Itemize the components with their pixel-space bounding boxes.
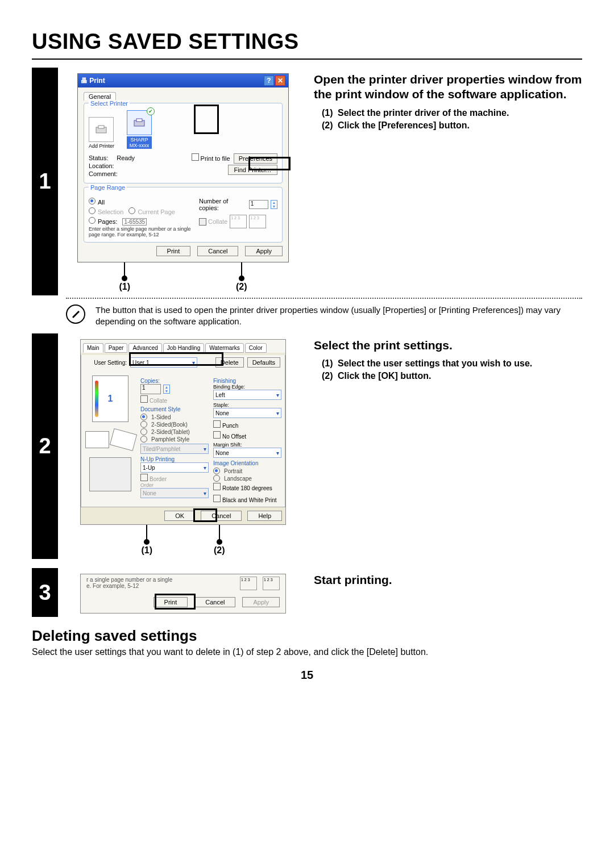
tiled-dropdown: Tiled/Pamphlet▾ bbox=[140, 444, 209, 454]
step1-item-1: Select the printer driver of the machine… bbox=[338, 108, 509, 118]
radio-portrait[interactable] bbox=[213, 468, 220, 474]
margin-shift-dropdown[interactable]: None▾ bbox=[213, 448, 281, 458]
tab-watermarks[interactable]: Watermarks bbox=[205, 343, 244, 353]
apply-button[interactable]: Apply bbox=[245, 246, 283, 256]
delete-button[interactable]: Delete bbox=[215, 357, 244, 368]
step2-item-2: Click the [OK] button. bbox=[338, 371, 431, 381]
no-offset-checkbox[interactable] bbox=[213, 431, 221, 439]
nup-label: N-Up Printing bbox=[140, 456, 209, 462]
cancel-button[interactable]: Cancel bbox=[194, 597, 235, 607]
tab-color[interactable]: Color bbox=[245, 343, 267, 353]
tab-main[interactable]: Main bbox=[83, 343, 103, 353]
all-label: All bbox=[98, 199, 105, 206]
border-label: Border bbox=[150, 476, 167, 482]
rotate-checkbox[interactable] bbox=[213, 483, 221, 490]
callout-2-label: (2) bbox=[214, 545, 225, 556]
punch-checkbox[interactable] bbox=[213, 420, 221, 428]
print-button[interactable]: Print bbox=[156, 246, 191, 256]
add-printer-icon[interactable] bbox=[89, 117, 114, 142]
defaults-button[interactable]: Defaults bbox=[247, 357, 280, 368]
preview-orientation-icon bbox=[85, 431, 109, 448]
tab-advanced[interactable]: Advanced bbox=[128, 343, 161, 353]
step1-lead: Open the printer driver properties windo… bbox=[314, 72, 582, 102]
collate-label: Collate bbox=[150, 398, 167, 404]
tab-paper[interactable]: Paper bbox=[105, 343, 128, 353]
selected-printer-icon[interactable] bbox=[127, 110, 152, 135]
find-printer-button[interactable]: Find Printer... bbox=[228, 165, 277, 175]
copies-stepper[interactable]: ▲▼ bbox=[163, 385, 170, 394]
pages-input[interactable]: 1-65535 bbox=[122, 218, 147, 226]
copies-input[interactable]: 1 bbox=[249, 200, 268, 209]
order-dropdown: None▾ bbox=[140, 488, 209, 498]
help-button[interactable]: Help bbox=[247, 511, 282, 521]
tab-general[interactable]: General bbox=[84, 92, 116, 101]
driver-tabs[interactable]: MainPaperAdvancedJob HandlingWatermarksC… bbox=[81, 340, 285, 353]
print-to-file-checkbox[interactable] bbox=[192, 153, 199, 161]
user-setting-dropdown[interactable]: User 1▾ bbox=[130, 357, 197, 368]
close-icon[interactable]: ✕ bbox=[275, 76, 285, 86]
preview-mfp-icon bbox=[89, 457, 131, 491]
dialog-title: Print bbox=[89, 77, 105, 85]
num-copies-label: Number of copies: bbox=[199, 198, 247, 211]
ok-button[interactable]: OK bbox=[164, 511, 195, 521]
border-checkbox bbox=[140, 474, 148, 481]
driver-dialog: MainPaperAdvancedJob HandlingWatermarksC… bbox=[80, 339, 286, 525]
callout-1-label: (1) bbox=[119, 282, 130, 292]
radio-2sided-tablet[interactable] bbox=[140, 428, 147, 435]
collate-icon-2: 1 2 3 bbox=[263, 577, 280, 590]
print-dialog: 🖶 Print ? ✕ General Select Printer Add bbox=[77, 73, 289, 262]
cancel-button[interactable]: Cancel bbox=[201, 511, 242, 521]
radio-all[interactable] bbox=[89, 198, 96, 205]
radio-current-page bbox=[128, 207, 135, 214]
radio-landscape[interactable] bbox=[213, 475, 220, 482]
finishing-label: Finishing bbox=[213, 378, 281, 384]
deleting-text: Select the user settings that you want t… bbox=[32, 647, 582, 657]
print-snippet: r a single page number or a single e. Fo… bbox=[80, 574, 286, 614]
copies-stepper[interactable]: ▲▼ bbox=[271, 200, 277, 209]
print-button[interactable]: Print bbox=[154, 597, 188, 607]
collate-label: Collate bbox=[208, 218, 227, 225]
note-icon bbox=[66, 304, 85, 324]
step3-lead: Start printing. bbox=[314, 573, 582, 587]
tab-job-handling[interactable]: Job Handling bbox=[163, 343, 204, 353]
nup-dropdown[interactable]: 1-Up▾ bbox=[140, 462, 209, 473]
user-setting-label: User Setting: bbox=[86, 360, 127, 366]
bw-label: Black and White Print bbox=[222, 497, 277, 503]
snippet-hint-2: e. For example, 5-12 bbox=[86, 583, 139, 589]
order-label: Order bbox=[140, 482, 209, 488]
preview-orientation-icon-2 bbox=[110, 428, 137, 451]
comment-label: Comment: bbox=[89, 170, 118, 177]
note-text: The button that is used to open the prin… bbox=[96, 304, 582, 327]
radio-pages[interactable] bbox=[89, 217, 96, 224]
collate-icon: 1 2 3 bbox=[230, 215, 247, 228]
page-title: USING SAVED SETTINGS bbox=[32, 30, 582, 54]
svg-rect-1 bbox=[98, 126, 104, 128]
collate-icon: 1 2 3 bbox=[240, 577, 257, 590]
step1-item-2: Click the [Preferences] button. bbox=[338, 120, 470, 131]
current-page-label: Current Page bbox=[138, 208, 175, 215]
cancel-button[interactable]: Cancel bbox=[197, 246, 238, 256]
binding-edge-dropdown[interactable]: Left▾ bbox=[213, 390, 281, 400]
no-offset-label: No Offset bbox=[222, 433, 246, 440]
callout-1-label: (1) bbox=[141, 545, 152, 556]
help-icon[interactable]: ? bbox=[264, 76, 274, 86]
radio-1sided[interactable] bbox=[140, 414, 147, 420]
rotate-label: Rotate 180 degrees bbox=[222, 485, 272, 491]
deleting-subhead: Deleting saved settings bbox=[32, 627, 582, 645]
staple-dropdown[interactable]: None▾ bbox=[213, 408, 281, 418]
margin-shift-label: Margin Shift: bbox=[213, 442, 281, 448]
bw-checkbox[interactable] bbox=[213, 495, 221, 502]
apply-button: Apply bbox=[242, 597, 280, 607]
step-number-2: 2 bbox=[32, 333, 58, 559]
radio-pamphlet[interactable] bbox=[140, 436, 147, 443]
image-orientation-label: Image Orientation bbox=[213, 460, 281, 466]
radio-2sided-book[interactable] bbox=[140, 421, 147, 428]
copies-input[interactable]: 1 bbox=[140, 384, 161, 394]
collate-checkbox bbox=[140, 395, 148, 403]
select-printer-legend: Select Printer bbox=[89, 100, 130, 107]
pages-hint: Enter either a single page number or a s… bbox=[89, 226, 199, 237]
page-range-legend: Page Range bbox=[89, 184, 127, 191]
location-label: Location: bbox=[89, 162, 114, 169]
preferences-button[interactable]: Preferences bbox=[234, 153, 277, 164]
step2-item-1: Select the user settings that you wish t… bbox=[338, 358, 532, 369]
